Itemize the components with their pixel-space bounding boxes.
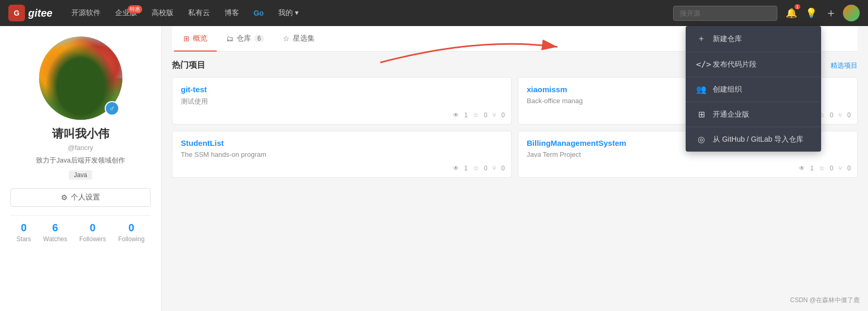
watermark: CSDN @在森林中僵了鹿 [790,296,860,305]
project-stats-2: 👁1 ☆0 ⑂0 [453,165,505,172]
add-btn[interactable]: ＋ [823,3,839,23]
views-icon-2: 👁 [453,165,459,172]
nav-go[interactable]: Go [247,6,270,20]
nav-menu: 开源软件 企业版 特惠 高校版 私有云 博客 Go 我的 ▾ [65,5,667,21]
views-icon-3: 👁 [799,165,805,172]
avatar[interactable] [843,5,860,21]
stat-followers[interactable]: 0 Followers [79,222,106,243]
gift-btn[interactable]: 💡 [803,5,819,21]
dropdown-new-snippet[interactable]: </> 发布代码片段 [686,52,821,77]
overview-icon: ⊞ [183,34,190,43]
stat-watches[interactable]: 6 Watches [43,222,67,243]
new-repo-icon: ＋ [696,33,706,44]
nav-blog[interactable]: 博客 [218,5,245,21]
fork-icon-0: ⑂ [492,111,496,119]
nav-private-cloud[interactable]: 私有云 [182,5,216,21]
nav-opensource[interactable]: 开源软件 [65,5,107,21]
hot-projects-title: 热门项目 [172,60,205,71]
logo-icon: G [8,5,25,21]
star-icon-0: ☆ [473,111,479,119]
fork-icon-1: ⑂ [838,111,842,119]
fork-icon-2: ⑂ [492,165,496,172]
star-icon-3: ☆ [819,165,825,172]
enterprise-icon: ⊞ [696,109,706,119]
dropdown-import[interactable]: ◎ 从 GitHub / GitLab 导入仓库 [686,127,821,152]
navbar: G gitee 开源软件 企业版 特惠 高校版 私有云 博客 Go 我的 ▾ 🔔… [0,0,868,26]
tab-repos[interactable]: 🗂 仓库 6 [217,27,274,52]
views-icon-0: 👁 [453,111,459,119]
stat-following[interactable]: 0 Following [118,222,145,243]
enterprise-badge: 特惠 [128,5,142,14]
user-bio: 致力于Java后端开发领域创作 [10,156,151,165]
fork-icon-3: ⑂ [838,165,842,172]
logo-text: gitee [28,7,53,19]
project-stats-0: 👁1 ☆0 ⑂0 [453,111,505,119]
notification-btn[interactable]: 🔔 1 [784,5,799,21]
import-icon: ◎ [696,134,706,144]
settings-icon: ⚙ [61,193,68,202]
project-card-2: StudentList The SSM hands-on program 👁1 … [172,131,512,178]
project-desc-2: The SSM hands-on program [181,151,503,158]
project-card-0: git-test 测试使用 👁1 ☆0 ⑂0 [172,77,512,125]
tag-java: Java [69,170,92,180]
project-stats-3: 👁1 ☆0 ⑂0 [799,165,851,172]
project-desc-0: 测试使用 [181,97,503,106]
org-icon: 👥 [696,84,706,94]
user-handle: @fancry [10,144,151,152]
sidebar: ♂ 请叫我小伟 @fancry 致力于Java后端开发领域创作 Java ⚙ 个… [0,26,162,311]
stat-stars[interactable]: 0 Stars [17,222,31,243]
nav-enterprise[interactable]: 企业版 特惠 [109,5,143,21]
dropdown-menu: ＋ 新建仓库 </> 发布代码片段 👥 创建组织 ⊞ 开通企业版 ◎ 从 Git… [686,26,821,152]
snippet-icon: </> [696,59,706,69]
star-icon-2: ☆ [473,165,479,172]
settings-button[interactable]: ⚙ 个人设置 [10,188,151,207]
stars-icon: ☆ [283,34,290,43]
repos-count: 6 [254,35,264,42]
nav-university[interactable]: 高校版 [145,5,180,21]
repos-icon: 🗂 [226,34,233,43]
notif-badge: 1 [795,4,800,9]
project-name-2[interactable]: StudentList [181,139,503,147]
navbar-icons: 🔔 1 💡 ＋ [784,3,860,23]
gender-badge: ♂ [105,101,119,116]
project-name-0[interactable]: git-test [181,85,503,94]
avatar-container: ♂ [10,36,151,120]
nav-my[interactable]: 我的 ▾ [272,5,305,21]
username: 请叫我小伟 [10,126,151,142]
user-tags: Java [10,170,151,180]
tab-stars[interactable]: ☆ 星选集 [274,27,324,52]
project-desc-3: Java Term Project [527,151,849,158]
logo[interactable]: G gitee [8,5,53,21]
selected-projects-link[interactable]: 精选项目 [830,61,858,70]
dropdown-new-repo[interactable]: ＋ 新建仓库 [686,26,821,52]
dropdown-new-org[interactable]: 👥 创建组织 [686,77,821,102]
search-input[interactable] [673,6,777,21]
stats-row: 0 Stars 6 Watches 0 Followers 0 Followin… [10,215,151,250]
dropdown-enterprise[interactable]: ⊞ 开通企业版 [686,102,821,127]
tab-overview[interactable]: ⊞ 概览 [174,27,217,52]
